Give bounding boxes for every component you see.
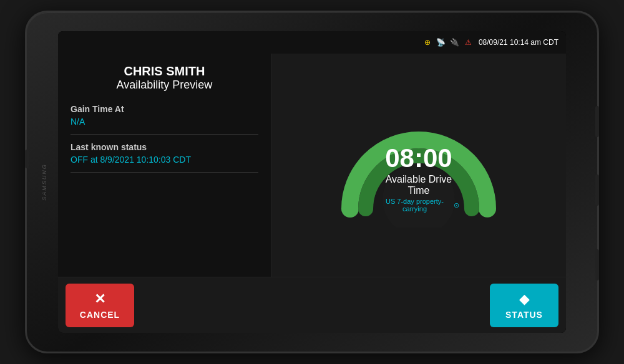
power-icon: 🔌: [450, 37, 460, 47]
side-button-bot: [595, 249, 599, 280]
last-known-label: Last known status: [71, 142, 258, 152]
gain-time-value: N/A: [71, 117, 258, 127]
right-panel: 08:00 Available Drive Time US 7-day prop…: [271, 54, 566, 277]
gauge-center: 08:00 Available Drive Time US 7-day prop…: [378, 145, 459, 213]
device-frame: SAMSUNG ⊕ 📡 🔌 ⚠ 08/09/21 10:14 am CDT CH…: [25, 11, 599, 353]
status-label: STATUS: [505, 310, 543, 320]
status-icon: ◆: [519, 291, 530, 307]
last-known-value: OFF at 8/9/2021 10:10:03 CDT: [71, 155, 258, 165]
availability-preview-label: Availability Preview: [71, 79, 258, 92]
bottom-bar: ✕ CANCEL ◆ STATUS: [58, 277, 566, 333]
side-button-mid: [595, 175, 599, 206]
side-button-left: [25, 150, 29, 168]
cancel-label: CANCEL: [80, 310, 120, 320]
status-bar: ⊕ 📡 🔌 ⚠ 08/09/21 10:14 am CDT: [58, 31, 566, 54]
last-known-section: Last known status OFF at 8/9/2021 10:10:…: [71, 142, 258, 173]
alert-icon: ⚠: [464, 37, 474, 47]
cancel-button[interactable]: ✕ CANCEL: [66, 284, 134, 327]
status-datetime: 08/09/21 10:14 am CDT: [479, 38, 558, 47]
gauge-label: Available Drive Time: [378, 174, 459, 196]
screen: ⊕ 📡 🔌 ⚠ 08/09/21 10:14 am CDT CHRIS SMIT…: [58, 31, 566, 333]
gauge-time: 08:00: [378, 145, 459, 171]
status-icons: ⊕ 📡 🔌 ⚠: [422, 37, 474, 47]
brand-label: SAMSUNG: [41, 163, 47, 201]
gain-time-section: Gain Time At N/A: [71, 104, 258, 135]
gauge-sub-label: US 7-day property-carrying ⊙: [378, 198, 459, 213]
status-button[interactable]: ◆ STATUS: [490, 284, 558, 327]
driver-name: CHRIS SMITH: [71, 64, 258, 79]
cancel-icon: ✕: [94, 291, 105, 307]
gain-time-label: Gain Time At: [71, 104, 258, 114]
gauge-container: 08:00 Available Drive Time US 7-day prop…: [338, 103, 500, 228]
dropdown-icon: ⊙: [454, 201, 459, 209]
wifi-icon: 📡: [436, 37, 446, 47]
main-content: CHRIS SMITH Availability Preview Gain Ti…: [58, 54, 566, 277]
gps-icon: ⊕: [422, 37, 432, 47]
side-button-top: [595, 106, 599, 137]
left-panel: CHRIS SMITH Availability Preview Gain Ti…: [58, 54, 271, 277]
